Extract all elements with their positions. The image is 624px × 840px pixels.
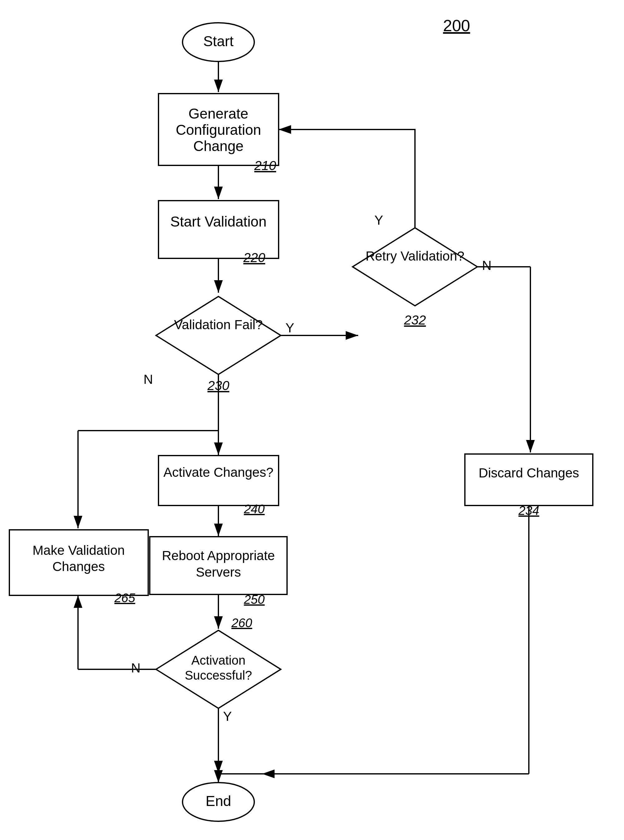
node-230-line1: Validation Fail? (174, 317, 263, 332)
start-label: Start (203, 33, 233, 49)
label-230-y: Y (286, 320, 294, 335)
flowchart-svg: 200 Start Generate Configuration Change … (0, 0, 624, 840)
node-210-number: 210 (254, 158, 276, 173)
node-265-number: 265 (114, 591, 135, 605)
flowchart-container: 200 Start Generate Configuration Change … (0, 0, 624, 840)
node-240-line1: Activate Changes? (164, 465, 273, 480)
node-220-number: 220 (243, 250, 266, 265)
label-260-n: N (131, 661, 141, 675)
node-234-line1: Discard Changes (479, 466, 579, 480)
node-230 (156, 296, 281, 374)
node-260-line1: Activation (191, 653, 245, 667)
node-260-number: 260 (231, 616, 252, 630)
node-232 (352, 228, 477, 306)
node-210-line2: Configuration (176, 122, 261, 138)
arrow-232-210 (279, 130, 415, 228)
label-230-n: N (144, 372, 153, 387)
node-265-line2: Changes (53, 559, 105, 574)
node-250-line2: Servers (196, 565, 241, 579)
label-260-y: Y (223, 709, 232, 724)
diagram-number: 200 (443, 17, 470, 35)
label-232-n: N (482, 258, 491, 273)
node-232-number: 232 (404, 313, 426, 327)
node-260-line2: Successful? (185, 669, 252, 682)
node-240 (159, 456, 279, 505)
node-210-line1: Generate (188, 105, 248, 122)
node-250-number: 250 (244, 593, 265, 606)
label-232-y: Y (374, 213, 383, 227)
node-232-line1: Retry Validation? (366, 249, 465, 263)
node-250-line1: Reboot Appropriate (162, 548, 275, 563)
node-240-number: 240 (244, 502, 265, 516)
node-210-line3: Change (193, 138, 243, 154)
end-label: End (205, 793, 231, 809)
node-265-line1: Make Validation (32, 543, 125, 557)
node-220-line1: Start Validation (170, 213, 267, 230)
